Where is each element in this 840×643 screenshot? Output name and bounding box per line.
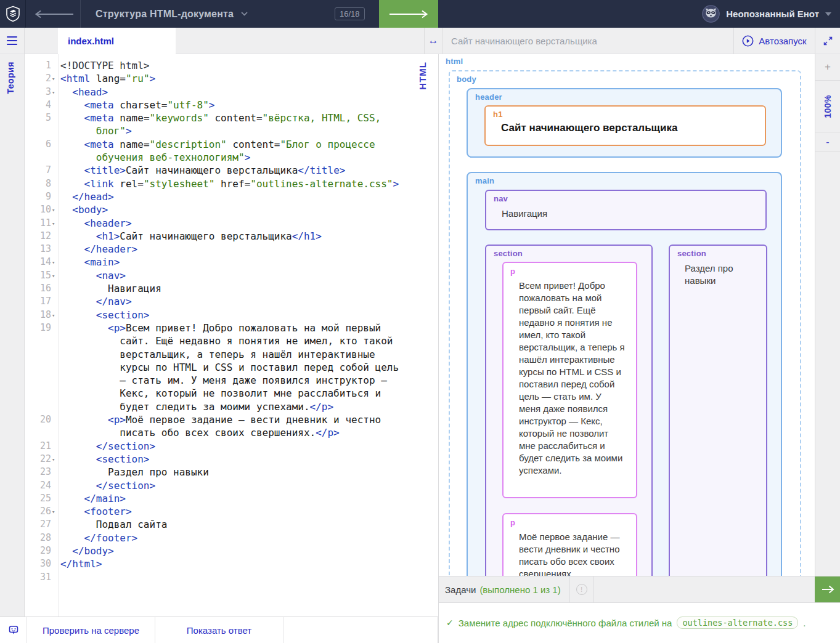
code-line[interactable]: 26▾ <footer>: [25, 505, 438, 518]
code-line[interactable]: 5 <meta name="keywords" content="вёрстка…: [25, 111, 438, 124]
line-number-gutter: 22▾: [25, 453, 58, 466]
code-line-content: <p>Всем привет! Добро пожаловать на мой …: [58, 322, 381, 334]
theory-toggle[interactable]: Теория: [6, 62, 15, 94]
code-line-content: <main>: [58, 256, 120, 269]
fold-caret-icon[interactable]: ▾: [52, 506, 55, 519]
check-icon: ✓: [446, 618, 454, 628]
code-line[interactable]: 24 </section>: [25, 479, 438, 492]
theory-menu-button[interactable]: [0, 28, 25, 54]
code-line[interactable]: курсы по HTML и CSS и поставил перед соб…: [25, 361, 438, 374]
resize-icon: ↔: [428, 34, 439, 47]
code-line-content: <!DOCTYPE html>: [58, 59, 150, 72]
back-button[interactable]: [32, 0, 76, 28]
code-line[interactable]: верстальщик, а теперь я нашёл интерактив…: [25, 348, 438, 361]
fold-caret-icon[interactable]: ▾: [52, 217, 55, 230]
code-line[interactable]: 2▾<html lang="ru">: [25, 72, 438, 85]
minus-icon: -: [826, 137, 829, 148]
fold-caret-icon[interactable]: ▾: [52, 309, 55, 322]
autorun-label: Автозапуск: [759, 36, 806, 46]
line-number-gutter: 26▾: [25, 505, 58, 518]
outline-p1-box: p Всем привет! Добро пожаловать на мой п…: [502, 262, 637, 498]
check-on-server-button[interactable]: Проверить на сервере: [27, 617, 155, 643]
code-line[interactable]: 16 Навигация: [25, 282, 438, 295]
split-resize-handle[interactable]: ↔: [424, 28, 442, 54]
code-line[interactable]: 17 </nav>: [25, 295, 438, 308]
topbar-divider: [80, 0, 81, 28]
code-line[interactable]: 31: [25, 571, 438, 584]
code-line[interactable]: 6 <meta name="description" content="Блог…: [25, 138, 438, 151]
line-number-gutter: 4: [25, 99, 58, 111]
next-lesson-button[interactable]: [379, 0, 438, 28]
autorun-button[interactable]: Автозапуск: [733, 28, 815, 54]
lesson-title-dropdown[interactable]: Структура HTML-документа: [96, 0, 248, 28]
code-line-content: <footer>: [58, 505, 132, 518]
outline-header-box: header h1 Сайт начинающего верстальщика: [467, 88, 782, 158]
code-line[interactable]: 27 Подвал сайта: [25, 518, 438, 531]
code-line[interactable]: обучения веб-технологиям">: [25, 151, 438, 164]
code-line[interactable]: 22▾ <section>: [25, 453, 438, 466]
code-line[interactable]: сайт. Ещё недавно я понятия не имел, кто…: [25, 334, 438, 347]
line-number-gutter: 27: [25, 518, 58, 531]
lesson-title: Структура HTML-документа: [96, 9, 234, 20]
code-line[interactable]: 13 </header>: [25, 243, 438, 256]
code-line[interactable]: писать обо всех своих свершениях.</p>: [25, 426, 438, 439]
preview-page-title: Сайт начинающего верстальщика: [451, 36, 597, 46]
code-line-content: </section>: [58, 479, 155, 492]
zoom-out-button[interactable]: -: [815, 132, 840, 152]
line-number-gutter: 20: [25, 413, 58, 426]
code-line[interactable]: 19 <p>Всем привет! Добро пожаловать на м…: [25, 322, 438, 334]
code-line[interactable]: 18▾ <section>: [25, 309, 438, 322]
code-line[interactable]: 15▾ <nav>: [25, 269, 438, 282]
line-number-gutter: [25, 400, 58, 413]
fold-caret-icon[interactable]: ▾: [52, 270, 55, 283]
code-line-content: <nav>: [58, 269, 126, 282]
code-line[interactable]: 29 </body>: [25, 544, 438, 557]
code-line[interactable]: 11▾ <header>: [25, 217, 438, 230]
fold-caret-icon[interactable]: ▾: [52, 453, 55, 466]
feedback-button[interactable]: [0, 617, 27, 643]
code-line[interactable]: 3▾ <head>: [25, 86, 438, 99]
show-answer-button[interactable]: Показать ответ: [155, 617, 283, 643]
htmlacademy-logo-icon[interactable]: [0, 0, 26, 28]
code-line[interactable]: 30</html>: [25, 557, 438, 570]
code-line[interactable]: будет следить за моими успехами.</p>: [25, 400, 438, 413]
user-menu[interactable]: Неопознанный Енот: [698, 0, 835, 28]
code-line[interactable]: 20 <p>Моё первое задание — вести дневник…: [25, 413, 438, 426]
fold-caret-icon[interactable]: ▾: [52, 73, 55, 86]
line-number-gutter: 25: [25, 492, 58, 505]
code-line[interactable]: 25 </main>: [25, 492, 438, 505]
code-line[interactable]: Кекс, который не позволит мне расслабить…: [25, 387, 438, 400]
outline-nav-label: nav: [494, 194, 508, 203]
line-number-gutter: 21: [25, 440, 58, 453]
code-line[interactable]: блог">: [25, 124, 438, 137]
code-line[interactable]: 8 <link rel="stylesheet" href="outlines-…: [25, 177, 438, 190]
task-info-button[interactable]: !: [570, 584, 593, 595]
line-number-gutter: 23: [25, 466, 58, 479]
task-item: ✓ Замените адрес подключённого файла сти…: [446, 617, 805, 629]
zoom-in-button[interactable]: +: [815, 54, 840, 81]
code-line-content: Подвал сайта: [58, 518, 167, 531]
tab-index-html[interactable]: index.html: [58, 28, 176, 54]
preview-p1-text: Всем привет! Добро пожаловать на мой пер…: [519, 280, 625, 477]
code-line[interactable]: 4 <meta charset="utf-8">: [25, 99, 438, 111]
line-number-gutter: [25, 348, 58, 361]
code-line[interactable]: 28 </footer>: [25, 532, 438, 544]
code-editor[interactable]: 1<!DOCTYPE html>2▾<html lang="ru">3▾ <he…: [25, 54, 438, 617]
code-line[interactable]: 9 </head>: [25, 190, 438, 203]
code-line[interactable]: 21 </section>: [25, 440, 438, 453]
outline-p2-label: p: [510, 518, 515, 527]
code-line[interactable]: 23 Раздел про навыки: [25, 466, 438, 479]
code-line[interactable]: 14▾ <main>: [25, 256, 438, 269]
line-number-gutter: 29: [25, 544, 58, 557]
fold-caret-icon[interactable]: ▾: [52, 204, 55, 217]
code-line[interactable]: 7 <title>Сайт начинающего верстальщика</…: [25, 164, 438, 177]
code-line[interactable]: 10▾ <body>: [25, 203, 438, 216]
line-number-gutter: 14▾: [25, 256, 58, 269]
code-line[interactable]: — стать им. У меня даже появился инструк…: [25, 374, 438, 387]
code-line[interactable]: 12 <h1>Сайт начинающего верстальщика</h1…: [25, 230, 438, 243]
fold-caret-icon[interactable]: ▾: [52, 86, 55, 99]
fold-caret-icon[interactable]: ▾: [52, 256, 55, 269]
fullscreen-preview-button[interactable]: [815, 28, 840, 54]
task-next-button[interactable]: [815, 576, 840, 602]
code-line[interactable]: 1<!DOCTYPE html>: [25, 59, 438, 72]
